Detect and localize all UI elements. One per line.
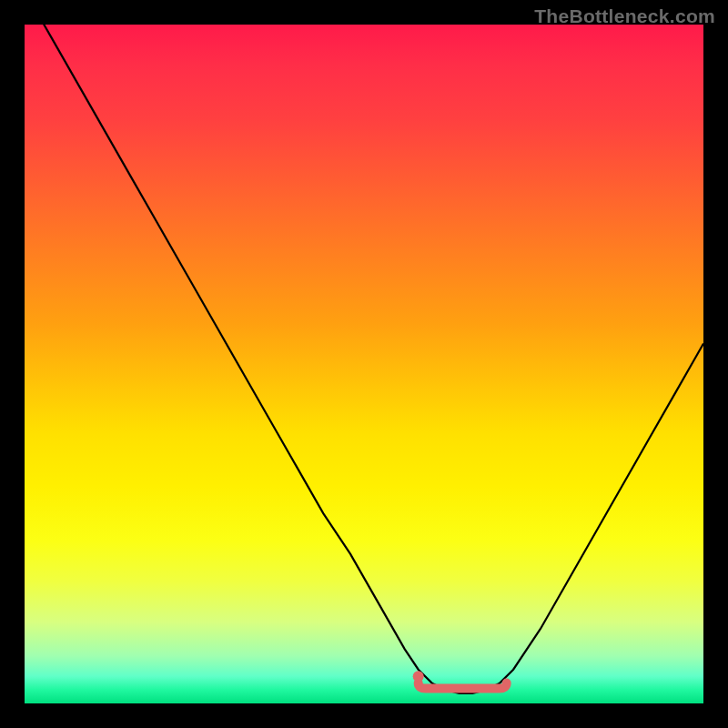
chart-svg <box>25 25 703 703</box>
watermark-text: TheBottleneck.com <box>534 5 715 27</box>
plot-area <box>25 25 703 703</box>
optimal-point-marker <box>413 671 424 682</box>
bottleneck-curve <box>25 25 703 693</box>
chart-container: TheBottleneck.com <box>0 0 728 728</box>
